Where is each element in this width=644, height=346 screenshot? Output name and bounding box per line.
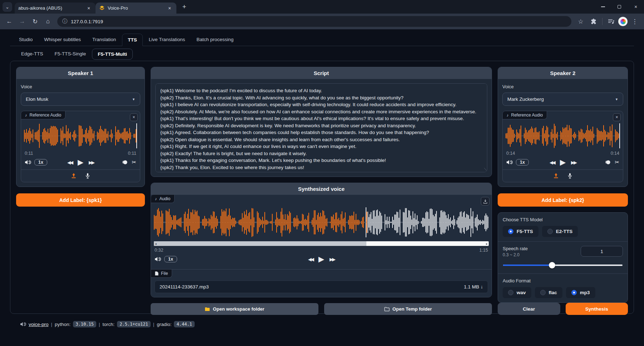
tab-close-icon[interactable]: × (166, 5, 173, 11)
new-tab-button[interactable]: + (179, 2, 189, 12)
radio-icon[interactable] (540, 290, 546, 295)
minimize-button[interactable] (595, 0, 611, 14)
upload-button[interactable] (553, 173, 559, 179)
tab-search-button[interactable]: ⌄ (3, 2, 12, 12)
speaker1-voice-dropdown[interactable]: Elon Musk ▼ (21, 93, 140, 106)
subtab-edge-tts[interactable]: Edge-TTS (16, 49, 49, 59)
browser-menu-button[interactable]: ⋮ (629, 16, 640, 27)
file-row[interactable]: 20241114-233637.mp3 1.1 MB ↓ (155, 281, 488, 293)
clear-button[interactable]: Clear (498, 303, 560, 315)
back-button[interactable]: ← (4, 16, 15, 27)
address-bar[interactable]: ⓘ 127.0.0.1:7919 (57, 16, 571, 27)
radio-mp3[interactable]: mp3 (566, 287, 595, 298)
radio-wav[interactable]: wav (503, 287, 531, 298)
waveform-bar (62, 130, 62, 141)
browser-tab-active[interactable]: Voice-Pro × (96, 3, 176, 14)
waveform-bar (475, 218, 475, 227)
waveform-scrollbar[interactable]: ◂ ▸ (154, 241, 489, 246)
close-window-button[interactable]: × (628, 0, 644, 14)
subtab-f5-tts-multi[interactable]: F5-TTS-Multi (92, 49, 133, 60)
file-download-link[interactable]: 1.1 MB ↓ (464, 284, 483, 290)
radio-e2-tts[interactable]: E2-TTS (542, 226, 578, 237)
radio-f5-tts[interactable]: F5-TTS (503, 226, 538, 237)
site-info-icon[interactable]: ⓘ (62, 18, 67, 25)
speaker2-voice-dropdown[interactable]: Mark Zuckerberg ▼ (502, 93, 623, 106)
voice-pro-link[interactable]: voice-pro (29, 322, 49, 327)
speaker1-waveform[interactable] (24, 123, 137, 149)
speech-rate-slider[interactable] (503, 262, 623, 268)
rewind-button[interactable]: ◀◀ (67, 160, 72, 165)
resize-handle-icon[interactable]: ⟋ (484, 167, 487, 172)
radio-icon[interactable] (547, 229, 553, 234)
playback-speed-button[interactable]: 1x (516, 159, 529, 165)
bookmark-star-button[interactable]: ☆ (575, 16, 586, 27)
scroll-right-icon[interactable]: ▸ (486, 241, 488, 246)
microphone-button[interactable] (85, 173, 90, 179)
home-button[interactable]: ⌂ (42, 16, 54, 27)
record-button[interactable] (605, 159, 611, 165)
profile-avatar[interactable] (618, 17, 628, 26)
script-textarea[interactable]: {spk1} Welcome to the podcast! I'm excit… (155, 83, 487, 172)
clear-audio-button[interactable]: × (130, 113, 138, 121)
waveform-bar (356, 214, 356, 231)
synthesis-button[interactable]: Synthesis (566, 303, 628, 315)
waveform-bar (160, 217, 161, 228)
tab-studio[interactable]: Studio (14, 34, 38, 46)
radio-flac[interactable]: flac (535, 287, 562, 298)
waveform-bar (378, 216, 379, 229)
waveform-bar (132, 135, 133, 137)
radio-icon[interactable] (508, 229, 513, 234)
playhead-cursor[interactable] (619, 123, 620, 148)
volume-button[interactable] (506, 160, 513, 165)
fast-forward-button[interactable]: ▶▶ (89, 160, 94, 165)
radio-icon[interactable] (571, 290, 577, 295)
tab-tts[interactable]: TTS (122, 34, 143, 46)
maximize-button[interactable] (611, 0, 628, 14)
tab-whisper-subtitles[interactable]: Whisper subtitles (39, 34, 86, 46)
reload-button[interactable]: ↻ (29, 16, 41, 27)
download-audio-button[interactable] (481, 197, 489, 206)
upload-button[interactable] (71, 173, 77, 179)
extensions-button[interactable] (588, 16, 599, 27)
volume-button[interactable] (155, 257, 161, 262)
media-controls-button[interactable] (605, 16, 617, 27)
tab-close-icon[interactable]: × (86, 5, 92, 11)
radio-icon[interactable] (508, 290, 513, 295)
tab-batch-processing[interactable]: Batch processing (191, 34, 239, 46)
scrollbar-thumb[interactable] (154, 241, 366, 246)
add-label-spk1-button[interactable]: Add Label: {spk1} (16, 193, 145, 207)
browser-tab[interactable]: abus-aikorea (ABUS) × (15, 3, 96, 14)
playhead-cursor[interactable] (136, 123, 137, 148)
fast-forward-button[interactable]: ▶▶ (571, 160, 576, 165)
minimize-icon (601, 6, 605, 7)
rewind-button[interactable]: ◀◀ (550, 160, 555, 165)
play-button[interactable]: ▶ (560, 158, 566, 167)
playback-speed-button[interactable]: 1x (34, 159, 47, 165)
trim-icon[interactable]: ✂ (615, 159, 619, 165)
record-button[interactable] (122, 159, 128, 165)
play-button[interactable]: ▶ (78, 158, 83, 167)
slider-thumb[interactable] (549, 262, 555, 268)
waveform-bar (321, 216, 322, 228)
fast-forward-button[interactable]: ▶▶ (330, 257, 335, 262)
waveform-bar (589, 130, 590, 141)
forward-button[interactable]: → (16, 16, 28, 27)
open-temp-folder-button[interactable]: Open Temp folder (324, 303, 492, 315)
scroll-left-icon[interactable]: ◂ (155, 241, 157, 246)
tab-live-translations[interactable]: Live Translations (143, 34, 190, 46)
play-button[interactable]: ▶ (318, 255, 324, 263)
clear-audio-button[interactable]: × (613, 113, 621, 121)
open-workspace-folder-button[interactable]: Open workspace folder (151, 303, 318, 315)
tab-translation[interactable]: Translation (87, 34, 121, 46)
subtab-f5-tts-single[interactable]: F5-TTS-Single (49, 49, 92, 59)
microphone-button[interactable] (567, 173, 572, 179)
speech-rate-input[interactable]: 1 (581, 246, 623, 257)
rewind-button[interactable]: ◀◀ (308, 257, 313, 262)
speaker2-waveform[interactable] (506, 123, 620, 149)
waveform-bar (231, 219, 232, 226)
playback-speed-button[interactable]: 1x (164, 256, 177, 262)
trim-icon[interactable]: ✂ (132, 159, 136, 165)
add-label-spk2-button[interactable]: Add Label: {spk2} (498, 193, 628, 207)
synthesized-waveform[interactable] (154, 206, 489, 238)
volume-button[interactable] (25, 160, 31, 165)
